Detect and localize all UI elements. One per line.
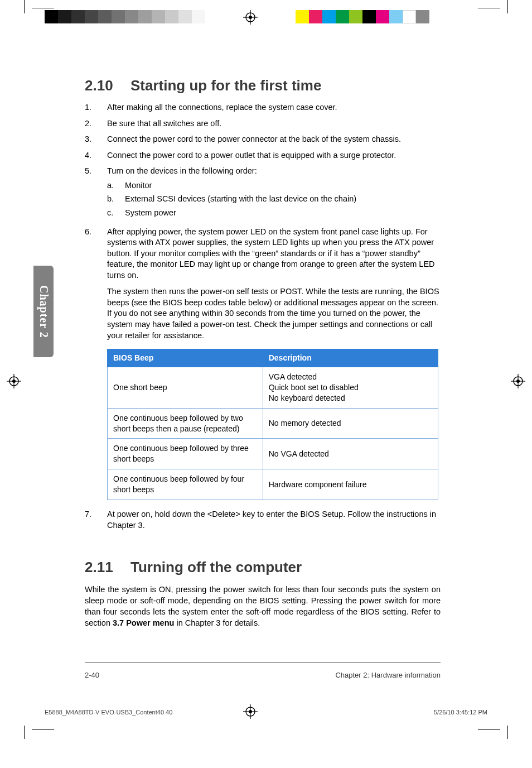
step-text: At power on, hold down the <Delete> key …: [107, 509, 441, 531]
table-cell-description: VGA detectedQuick boot set to disabledNo…: [263, 367, 438, 409]
table-cell-line: No VGA detected: [269, 449, 432, 459]
table-cell-beep: One continuous beep followed by four sho…: [108, 469, 263, 500]
chapter-tab: Chapter 2: [33, 266, 54, 357]
print-date-label: 5/26/10 3:45:12 PM: [434, 709, 487, 716]
crop-mark: [507, 726, 508, 739]
substeps-list: a.Monitorb.External SCSI devices (starti…: [107, 180, 441, 219]
substep-item: c.System power: [107, 208, 441, 219]
table-row: One continuous beep followed by three sh…: [108, 439, 438, 469]
step-item: 2.Be sure that all switches are off.: [85, 118, 441, 129]
swatch: [71, 10, 85, 23]
section-title: Starting up for the first time: [130, 77, 321, 94]
step-item: 5.Turn on the devices in the following o…: [85, 166, 441, 221]
table-cell-beep: One continuous beep followed by two shor…: [108, 408, 263, 439]
swatch: [178, 10, 192, 23]
table-row: One short beepVGA detectedQuick boot set…: [108, 367, 438, 409]
swatch: [416, 10, 429, 23]
color-swatches: [296, 10, 429, 23]
page-chapter-label: Chapter 2: Hardware information: [335, 671, 441, 679]
section-title: Turning off the computer: [130, 559, 302, 576]
step-text: Connect the power cord to the power conn…: [107, 134, 441, 145]
chapter-tab-label: Chapter 2: [37, 285, 50, 338]
swatch: [152, 10, 165, 23]
grayscale-swatches: [45, 10, 205, 23]
crop-mark: [478, 729, 500, 730]
registration-target-icon: [243, 10, 258, 25]
swatch: [45, 10, 58, 23]
swatch: [85, 10, 98, 23]
registration-bar-top: [0, 0, 532, 33]
bios-beep-table: BIOS BeepDescriptionOne short beepVGA de…: [107, 349, 438, 500]
substep-item: b.External SCSI devices (starting with t…: [107, 194, 441, 205]
swatch: [362, 10, 376, 23]
step-text: Turn on the devices in the following ord…: [107, 166, 441, 221]
step-item: 1.After making all the connections, repl…: [85, 102, 441, 113]
step-text: After applying power, the system power L…: [107, 227, 441, 342]
swatch: [138, 10, 152, 23]
swatch: [376, 10, 389, 23]
swatch: [349, 10, 362, 23]
swatch: [322, 10, 336, 23]
crop-mark: [32, 729, 54, 730]
table-header-cell: Description: [263, 349, 438, 367]
substep-letter: a.: [107, 180, 125, 191]
crop-mark: [24, 726, 25, 739]
page-content: 2.10 Starting up for the first time 1.Af…: [85, 77, 441, 628]
section-211-paragraph: While the system is ON, pressing the pow…: [85, 584, 441, 628]
swatch: [389, 10, 403, 23]
step-item: 7.At power on, hold down the <Delete> ke…: [85, 509, 441, 531]
swatch: [58, 10, 71, 23]
step-number: 6.: [85, 227, 107, 342]
substep-letter: b.: [107, 194, 125, 205]
step-item: 4.Connect the power cord to a power outl…: [85, 150, 441, 161]
step-item: 6.After applying power, the system power…: [85, 227, 441, 342]
step-number: 3.: [85, 134, 107, 145]
table-cell-beep: One continuous beep followed by three sh…: [108, 439, 263, 469]
section-number: 2.10: [85, 77, 130, 94]
step-number: 4.: [85, 150, 107, 161]
table-cell-line: Quick boot set to disabled: [269, 382, 432, 393]
table-cell-description: Hardware component failure: [263, 469, 438, 500]
table-cell-line: VGA detected: [269, 372, 432, 382]
swatch: [112, 10, 125, 23]
table-cell-line: Hardware component failure: [269, 479, 432, 490]
steps-list: 1.After making all the connections, repl…: [85, 102, 441, 531]
table-header-cell: BIOS Beep: [108, 349, 263, 367]
print-file-label: E5888_M4A88TD-V EVO-USB3_Content40 40: [45, 709, 172, 716]
table-cell-description: No VGA detected: [263, 439, 438, 469]
step-paragraph: The system then runs the power-on self t…: [107, 286, 441, 341]
swatch: [98, 10, 112, 23]
substep-text: External SCSI devices (starting with the…: [125, 194, 441, 205]
text: in Chapter 3 for details.: [174, 618, 260, 627]
crop-mark: [24, 0, 25, 13]
crop-mark: [478, 8, 500, 8]
step-number: 7.: [85, 509, 107, 531]
step-number: 5.: [85, 166, 107, 221]
substep-item: a.Monitor: [107, 180, 441, 191]
page-number: 2-40: [85, 671, 99, 679]
bold-ref: 3.7 Power menu: [113, 618, 174, 627]
swatch: [192, 10, 205, 23]
table-cell-description: No memory detected: [263, 408, 438, 439]
section-heading-211: 2.11 Turning off the computer While the …: [85, 559, 441, 628]
footer-rule: [85, 662, 441, 663]
crop-mark: [507, 0, 508, 13]
step-text: After making all the connections, replac…: [107, 102, 441, 113]
step-item: 3.Connect the power cord to the power co…: [85, 134, 441, 145]
registration-target-icon: [7, 374, 21, 388]
swatch: [125, 10, 138, 23]
registration-target-icon: [243, 704, 258, 719]
swatch: [165, 10, 178, 23]
swatch: [403, 10, 416, 23]
swatch: [296, 10, 309, 23]
step-number: 2.: [85, 118, 107, 129]
substep-text: System power: [125, 208, 441, 219]
step-text: Be sure that all switches are off.: [107, 118, 441, 129]
table-cell-beep: One short beep: [108, 367, 263, 409]
table-row-wrapper: BIOS BeepDescriptionOne short beepVGA de…: [85, 349, 441, 500]
section-number: 2.11: [85, 559, 130, 576]
table-cell-line: No memory detected: [269, 418, 432, 429]
table-cell-line: No keyboard detected: [269, 393, 432, 404]
substep-letter: c.: [107, 208, 125, 219]
crop-mark: [32, 8, 54, 8]
